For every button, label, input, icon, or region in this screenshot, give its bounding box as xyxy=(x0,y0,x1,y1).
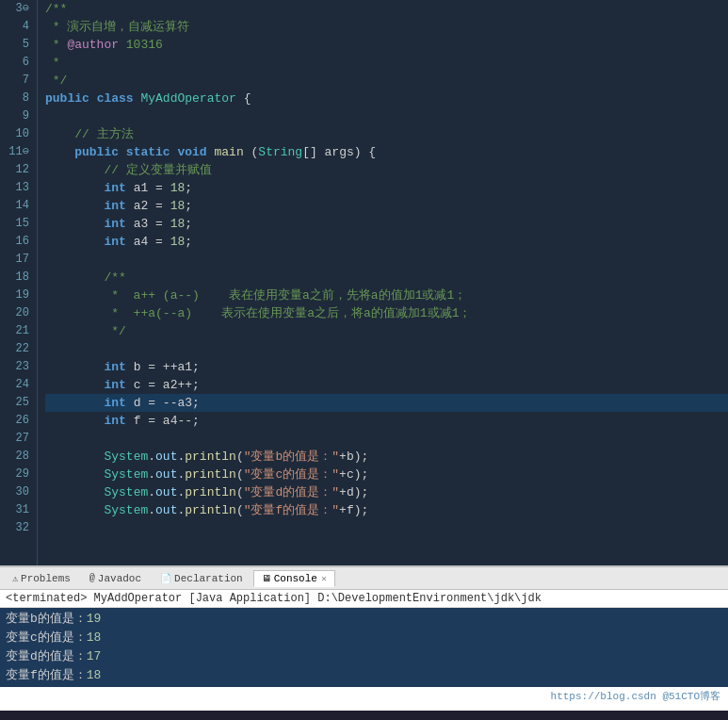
tab-javadoc-label: Javadoc xyxy=(98,573,141,584)
code-editor[interactable]: 3⊖ 4 5 6 7 8 9 10 11⊖ 12 13 14 15 16 17 … xyxy=(0,0,728,565)
tab-console[interactable]: 🖥 Console ✕ xyxy=(253,570,335,587)
problems-icon: ⚠ xyxy=(12,573,18,584)
code-line: */ xyxy=(45,322,728,340)
code-content: /** * 演示自增，自减运算符 * @author 10316 * */ pu… xyxy=(38,0,728,565)
code-line xyxy=(45,340,728,358)
console-output: 变量b的值是：19 变量c的值是：18 变量d的值是：17 变量f的值是：18 xyxy=(0,608,728,687)
code-line-highlighted: int d = --a3; xyxy=(45,394,728,412)
console-panel: <terminated> MyAddOperator [Java Applica… xyxy=(0,590,728,711)
code-line: int a3 = 18; xyxy=(45,215,728,233)
watermark: https://blog.csdn @51CTO博客 xyxy=(0,687,728,705)
bottom-panel: ⚠ Problems @ Javadoc 📄 Declaration 🖥 Con… xyxy=(0,565,728,709)
tab-problems-label: Problems xyxy=(21,573,71,584)
code-line: int c = a2++; xyxy=(45,376,728,394)
tab-console-label: Console xyxy=(274,573,317,584)
code-line: * @author 10316 xyxy=(45,36,728,54)
code-line: System.out.println("变量d的值是："+d); xyxy=(45,483,728,501)
code-line: System.out.println("变量c的值是："+c); xyxy=(45,466,728,483)
code-line: */ xyxy=(45,72,728,90)
tab-javadoc[interactable]: @ Javadoc xyxy=(81,570,150,587)
console-close-x: ✕ xyxy=(321,573,327,584)
console-line-4: 变量f的值是：18 xyxy=(4,666,724,685)
code-line: * xyxy=(45,54,728,72)
tab-declaration[interactable]: 📄 Declaration xyxy=(152,570,251,587)
tab-declaration-label: Declaration xyxy=(174,573,243,584)
code-line: public class MyAddOperator { xyxy=(45,90,728,107)
code-line: int a2 = 18; xyxy=(45,197,728,215)
code-line: // 定义变量并赋值 xyxy=(45,161,728,179)
code-line: int a1 = 18; xyxy=(45,179,728,197)
code-line: public static void main (String[] args) … xyxy=(45,143,728,161)
code-line xyxy=(45,430,728,448)
console-terminated: <terminated> MyAddOperator [Java Applica… xyxy=(0,590,728,608)
declaration-icon: 📄 xyxy=(160,573,171,584)
code-line xyxy=(45,251,728,269)
console-line-1: 变量b的值是：19 xyxy=(4,610,724,629)
code-line: * 演示自增，自减运算符 xyxy=(45,18,728,36)
code-line: * ++a(--a) 表示在使用变量a之后，将a的值减加1或减1； xyxy=(45,304,728,322)
tab-problems[interactable]: ⚠ Problems xyxy=(4,570,79,587)
code-line: int b = ++a1; xyxy=(45,358,728,376)
terminated-text: <terminated> MyAddOperator [Java Applica… xyxy=(6,592,542,605)
javadoc-icon: @ xyxy=(89,573,95,583)
code-line: // 主方法 xyxy=(45,125,728,143)
console-icon: 🖥 xyxy=(262,573,271,584)
line-numbers: 3⊖ 4 5 6 7 8 9 10 11⊖ 12 13 14 15 16 17 … xyxy=(0,0,38,565)
tab-bar: ⚠ Problems @ Javadoc 📄 Declaration 🖥 Con… xyxy=(0,567,728,590)
code-line xyxy=(45,519,728,537)
code-line: /** xyxy=(45,0,728,18)
code-line: * a++ (a--) 表在使用变量a之前，先将a的值加1或减1； xyxy=(45,286,728,304)
code-line: int a4 = 18; xyxy=(45,233,728,251)
code-line: /** xyxy=(45,269,728,286)
console-line-3: 变量d的值是：17 xyxy=(4,647,724,666)
code-line: System.out.println("变量f的值是："+f); xyxy=(45,501,728,519)
code-line: System.out.println("变量b的值是："+b); xyxy=(45,448,728,466)
code-line: int f = a4--; xyxy=(45,412,728,430)
code-line xyxy=(45,107,728,125)
console-line-2: 变量c的值是：18 xyxy=(4,629,724,647)
